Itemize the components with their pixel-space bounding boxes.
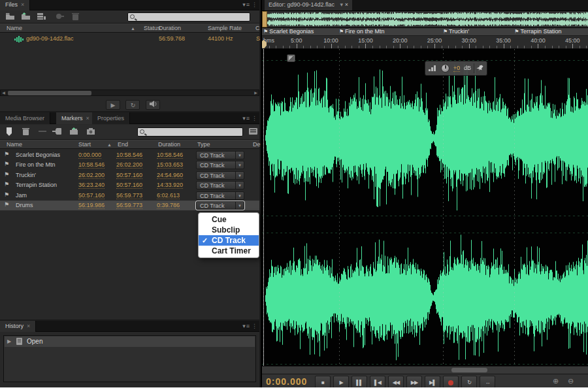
chevron-down-icon[interactable]: ▾ <box>235 161 244 169</box>
files-search-input[interactable] <box>137 13 248 21</box>
marker-end[interactable]: 56:59.773 <box>116 192 142 199</box>
level-adjust-icon[interactable] <box>287 54 295 62</box>
scroll-left-icon[interactable]: ◀ <box>1 90 7 96</box>
tab-files[interactable]: Files× <box>0 0 30 10</box>
preview-play-button[interactable]: ▶ <box>106 100 120 110</box>
panel-menu-icon[interactable]: ▾≡ <box>242 1 250 8</box>
marker-duration[interactable]: 6:02.613 <box>157 192 180 199</box>
col-duration[interactable]: Duration <box>158 141 180 148</box>
files-hscroll-handle[interactable] <box>8 91 91 95</box>
close-icon[interactable]: × <box>345 1 348 8</box>
pause-button[interactable]: ▌▌ <box>351 376 367 389</box>
marker-start[interactable]: 50:57.160 <box>78 192 105 199</box>
panel-menu-icon[interactable]: ▾≡ <box>242 115 250 122</box>
waveform-canvas[interactable] <box>262 49 588 366</box>
skip-forward-button[interactable]: ▶▌ <box>425 376 440 389</box>
import-file-icon[interactable] <box>20 12 31 22</box>
marker-start[interactable]: 36:23.240 <box>78 182 105 189</box>
media-library-icon[interactable] <box>35 12 47 22</box>
marker-start[interactable]: 10:58.546 <box>78 161 105 169</box>
col-type[interactable]: Type <box>197 141 210 148</box>
record-button[interactable] <box>443 376 459 389</box>
marker-duration[interactable]: 24:54.960 <box>157 172 183 179</box>
chevron-down-icon[interactable]: ▾ <box>235 192 244 199</box>
marker-duration[interactable]: 10:58.546 <box>157 152 183 159</box>
insert-into-multitrack-icon[interactable] <box>51 127 63 137</box>
open-folder-icon[interactable] <box>4 12 16 22</box>
marker-end[interactable]: 10:58.546 <box>116 152 142 159</box>
marker-row-scarlet-begonias[interactable]: ⚑Scarlet Begonias0:00.00010:58.54610:58.… <box>0 150 259 160</box>
stop-button[interactable]: ■ <box>315 376 331 389</box>
sort-asc-icon[interactable]: ▲ <box>131 26 135 31</box>
zoom-in-icon[interactable]: ⊕ <box>553 377 559 385</box>
marker-end[interactable]: 50:57.160 <box>116 172 142 179</box>
marker-start[interactable]: 0:00.000 <box>78 152 101 159</box>
rewind-button[interactable]: ◀◀ <box>388 376 404 389</box>
preview-audio-output-button[interactable] <box>146 100 160 110</box>
marker-end[interactable]: 26:02.200 <box>116 161 142 169</box>
timeline-marker-fire-on-the-mtn[interactable]: ⚑Fire on the Mtn <box>339 28 385 36</box>
tab-markers[interactable]: Markers× <box>56 112 95 124</box>
marker-row-truckin-[interactable]: ⚑Truckin'26:02.20050:57.16024:54.960CD T… <box>0 171 259 180</box>
col-name[interactable]: Name <box>7 25 22 31</box>
marker-duration[interactable]: 15:03.653 <box>157 161 183 169</box>
menu-item-cue[interactable]: Cue <box>199 214 259 225</box>
marker-type-dropdown[interactable]: CD Track▾ <box>196 191 244 200</box>
close-icon[interactable]: × <box>27 323 30 329</box>
col-duration[interactable]: Duration <box>159 25 181 31</box>
play-button[interactable]: ▶ <box>333 376 349 389</box>
marker-type-dropdown[interactable]: CD Track▾ <box>196 151 244 159</box>
gain-value[interactable]: +0 <box>453 65 460 72</box>
overview-range-handle[interactable] <box>262 11 267 27</box>
col-status[interactable]: Status <box>144 25 161 31</box>
marker-type-dropdown[interactable]: CD Track▾ <box>196 201 244 210</box>
volume-knob[interactable] <box>441 64 449 73</box>
marker-type-dropdown[interactable]: CD Track▾ <box>196 181 244 189</box>
preview-loop-button[interactable]: ↻ <box>125 100 140 110</box>
col-channels[interactable]: C <box>255 25 260 31</box>
marker-start[interactable]: 56:19.986 <box>78 202 105 209</box>
add-marker-icon[interactable] <box>3 127 15 137</box>
chevron-down-icon[interactable]: ▾ <box>340 1 344 8</box>
col-start[interactable]: Start <box>78 141 91 148</box>
volume-hud[interactable]: +0 dB <box>425 61 487 76</box>
merge-markers-icon[interactable] <box>37 127 48 137</box>
delete-file-icon[interactable] <box>69 12 81 22</box>
markers-search-input[interactable] <box>147 128 241 136</box>
marker-type-dropdown[interactable]: CD Track▾ <box>196 161 244 169</box>
timeline-marker-truckin-[interactable]: ⚑Truckin' <box>443 28 469 36</box>
waveform-display[interactable]: +0 dB <box>262 49 588 366</box>
zoom-out-icon[interactable]: ⊖ <box>568 377 574 385</box>
menu-item-cd-track[interactable]: ✓CD Track <box>199 235 259 246</box>
chevron-down-icon[interactable]: ▾ <box>235 172 244 179</box>
skip-back-button[interactable]: ▌◀ <box>370 376 385 389</box>
marker-row-fire-on-the-mtn[interactable]: ⚑Fire on the Mtn10:58.54626:02.20015:03.… <box>0 160 259 170</box>
marker-duration[interactable]: 14:33.920 <box>157 182 183 189</box>
col-sample-rate[interactable]: Sample Rate <box>208 25 242 31</box>
expander-icon[interactable]: ▶ <box>7 338 11 344</box>
tab-history[interactable]: History× <box>0 321 36 332</box>
col-name[interactable]: Name <box>7 141 22 148</box>
editor-hscrollbar[interactable] <box>262 366 588 374</box>
editor-hscroll-handle[interactable] <box>451 368 487 372</box>
export-markers-icon[interactable] <box>68 127 80 137</box>
tab-media-browser[interactable]: Media Browser <box>0 112 50 124</box>
timeline-marker-terrapin-station[interactable]: ⚑Terrapin Station <box>514 28 561 36</box>
marker-type-dropdown[interactable]: CD Track▾ <box>196 171 244 180</box>
marker-end[interactable]: 56:59.773 <box>116 202 142 209</box>
panel-menu-icon[interactable]: ▾≡ <box>242 323 250 329</box>
marker-end[interactable]: 50:57.160 <box>116 182 142 189</box>
tab-editor[interactable]: Editor: gd90-09-14d2.flac ▾ × <box>265 0 352 10</box>
marker-duration[interactable]: 0:39.786 <box>157 202 180 209</box>
list-options-icon[interactable] <box>247 127 259 137</box>
col-description[interactable]: De <box>253 141 261 148</box>
history-item-open[interactable]: ▶ Open <box>5 336 255 347</box>
marker-row-drums[interactable]: ⚑Drums56:19.98656:59.7730:39.786CD Track… <box>0 201 259 210</box>
delete-marker-icon[interactable] <box>20 127 31 137</box>
loop-button[interactable]: ↻ <box>461 376 477 389</box>
timeline-marker-scarlet-begonias[interactable]: ⚑Scarlet Begonias <box>263 28 314 36</box>
marker-start[interactable]: 26:02.200 <box>78 172 105 179</box>
scroll-right-icon[interactable]: ▶ <box>253 90 259 96</box>
pin-icon[interactable] <box>476 63 485 73</box>
burn-cd-icon[interactable] <box>85 127 97 137</box>
